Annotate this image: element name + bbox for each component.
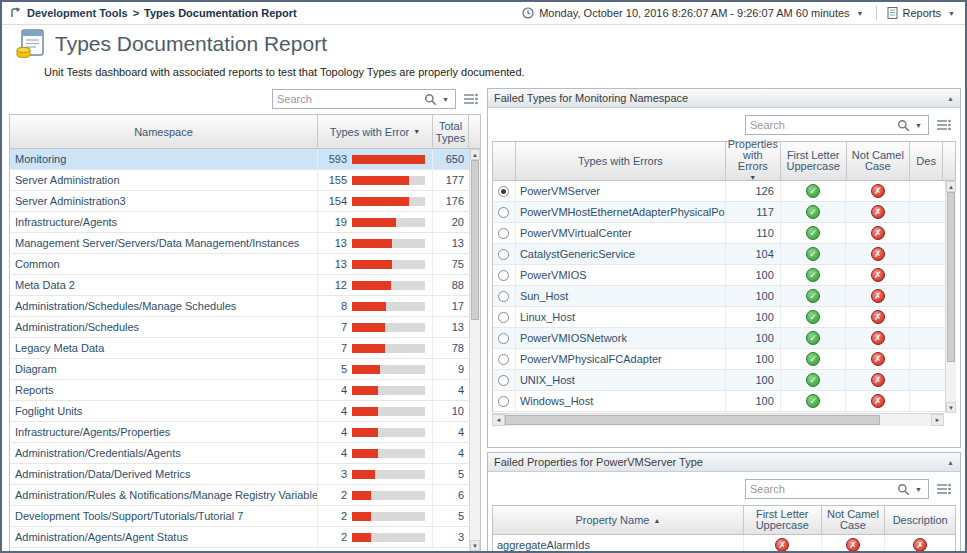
scroll-right-icon[interactable]: ► bbox=[931, 414, 944, 426]
radio-icon[interactable] bbox=[498, 291, 509, 302]
radio-icon[interactable] bbox=[498, 207, 509, 218]
row-select-cell[interactable] bbox=[493, 181, 516, 201]
failed-type-row[interactable]: PowerVMIOSNetwork 100 ✓ ✗ bbox=[493, 328, 955, 349]
namespace-row[interactable]: Monitoring 593 650 bbox=[10, 149, 469, 170]
collapse-panel-icon[interactable]: ▲ bbox=[947, 95, 954, 102]
vertical-scrollbar[interactable]: ▲ ▼ bbox=[945, 181, 956, 413]
namespace-row[interactable]: Infrastructure/Agents/Properties 4 4 bbox=[10, 422, 469, 443]
namespace-row[interactable]: Legacy Meta Data 7 78 bbox=[10, 338, 469, 359]
namespace-row[interactable]: Administration/Credentials/Agents 4 4 bbox=[10, 443, 469, 464]
namespace-row[interactable]: Common 13 75 bbox=[10, 254, 469, 275]
column-header-namespace[interactable]: Namespace bbox=[10, 115, 318, 148]
column-header-not-camel-case[interactable]: Not Camel Case bbox=[822, 506, 886, 534]
horizontal-scrollbar[interactable]: ◄ ► bbox=[492, 413, 944, 426]
failed-type-row[interactable]: UNIX_Host 100 ✓ ✗ bbox=[493, 370, 955, 391]
namespace-row[interactable]: Management Server/Servers/Data Managemen… bbox=[10, 233, 469, 254]
table-customizer-icon[interactable] bbox=[463, 92, 479, 106]
failed-type-row[interactable]: PowerVMServer 126 ✓ ✗ bbox=[493, 181, 955, 202]
namespace-row[interactable]: Diagram 5 9 bbox=[10, 359, 469, 380]
column-header-properties-with-errors[interactable]: Properties with Errors ▼ bbox=[726, 142, 781, 180]
row-select-cell[interactable] bbox=[493, 391, 516, 411]
table-customizer-icon[interactable] bbox=[936, 482, 952, 496]
failed-type-row[interactable]: PowerVMPhysicalFCAdapter 100 ✓ ✗ bbox=[493, 349, 955, 370]
failed-type-row[interactable]: CatalystGenericService 104 ✓ ✗ bbox=[493, 244, 955, 265]
failed-property-row[interactable]: aggregateAlarmIds ✗ ✗ ✗ bbox=[492, 535, 956, 553]
row-select-cell[interactable] bbox=[493, 244, 516, 264]
column-header-total-types[interactable]: Total Types bbox=[433, 115, 469, 148]
vertical-scrollbar[interactable]: ▲ ▼ bbox=[469, 149, 480, 551]
scrollbar-thumb[interactable] bbox=[471, 160, 479, 320]
row-select-cell[interactable] bbox=[493, 307, 516, 327]
search-icon[interactable] bbox=[424, 93, 437, 106]
table-customizer-icon[interactable] bbox=[936, 118, 952, 132]
radio-icon[interactable] bbox=[498, 312, 509, 323]
scroll-down-icon[interactable]: ▼ bbox=[946, 402, 956, 413]
search-input[interactable] bbox=[750, 119, 894, 131]
row-select-cell[interactable] bbox=[493, 349, 516, 369]
search-icon[interactable] bbox=[897, 119, 910, 132]
namespace-row[interactable]: Administration/Rules & Notifications/Man… bbox=[10, 485, 469, 506]
column-header-property-name[interactable]: Property Name ▲ bbox=[493, 506, 744, 534]
namespace-row[interactable]: Reports 4 4 bbox=[10, 380, 469, 401]
column-header-types-with-errors[interactable]: Types with Errors bbox=[516, 142, 726, 180]
failed-type-row[interactable]: PowerVMVirtualCenter 110 ✓ ✗ bbox=[493, 223, 955, 244]
namespace-row[interactable]: Administration/Schedules 7 13 bbox=[10, 317, 469, 338]
search-options-dropdown-icon[interactable]: ▼ bbox=[913, 486, 924, 493]
scrollbar-thumb[interactable] bbox=[505, 415, 880, 425]
radio-icon[interactable] bbox=[498, 354, 509, 365]
radio-icon[interactable] bbox=[498, 228, 509, 239]
time-range-label[interactable]: Monday, October 10, 2016 8:26:07 AM - 9:… bbox=[539, 7, 849, 19]
failed-type-row[interactable]: Windows_Host 100 ✓ ✗ bbox=[493, 391, 955, 412]
search-icon[interactable] bbox=[897, 483, 910, 496]
namespace-row[interactable]: Infrastructure/Agents 19 20 bbox=[10, 212, 469, 233]
namespace-row[interactable]: Meta Data 2 12 88 bbox=[10, 275, 469, 296]
column-header-description-truncated[interactable]: Des bbox=[910, 142, 943, 180]
collapse-panel-icon[interactable]: ▲ bbox=[947, 459, 954, 466]
column-header-first-letter-uppercase[interactable]: First Letter Uppercase bbox=[781, 142, 847, 180]
radio-icon[interactable] bbox=[498, 333, 509, 344]
search-options-dropdown-icon[interactable]: ▼ bbox=[440, 96, 451, 103]
namespace-row[interactable]: Administration/Schedules/Manage Schedule… bbox=[10, 296, 469, 317]
scroll-up-icon[interactable]: ▲ bbox=[470, 149, 480, 160]
failed-type-row[interactable]: Linux_Host 100 ✓ ✗ bbox=[493, 307, 955, 328]
namespace-row[interactable]: Administration/Data/Derived Metrics 3 5 bbox=[10, 464, 469, 485]
failed-type-row[interactable]: Sun_Host 100 ✓ ✗ bbox=[493, 286, 955, 307]
reports-menu[interactable]: Reports bbox=[903, 7, 942, 19]
row-select-cell[interactable] bbox=[493, 265, 516, 285]
row-select-cell[interactable] bbox=[493, 328, 516, 348]
namespace-row[interactable]: Server Administration3 154 176 bbox=[10, 191, 469, 212]
namespace-row[interactable]: Server Administration 155 177 bbox=[10, 170, 469, 191]
radio-selected-icon[interactable] bbox=[498, 186, 509, 197]
scrollbar-track[interactable] bbox=[505, 414, 931, 426]
radio-icon[interactable] bbox=[498, 270, 509, 281]
search-input[interactable] bbox=[277, 93, 421, 105]
scrollbar-thumb[interactable] bbox=[947, 192, 955, 362]
row-select-cell[interactable] bbox=[493, 223, 516, 243]
scroll-down-icon[interactable]: ▼ bbox=[470, 540, 480, 551]
failed-type-row[interactable]: PowerVMHostEthernetAdapterPhysicalPort 1… bbox=[493, 202, 955, 223]
radio-icon[interactable] bbox=[498, 249, 509, 260]
scrollbar-track[interactable] bbox=[946, 192, 956, 402]
row-select-cell[interactable] bbox=[493, 370, 516, 390]
radio-icon[interactable] bbox=[498, 375, 509, 386]
scroll-left-icon[interactable]: ◄ bbox=[492, 414, 505, 426]
column-header-types-with-error[interactable]: Types with Error ▼ bbox=[318, 115, 433, 148]
reports-dropdown-icon[interactable]: ▼ bbox=[946, 10, 957, 17]
row-select-cell[interactable] bbox=[493, 202, 516, 222]
not-camel-case-cell: ✗ bbox=[846, 370, 910, 390]
row-select-cell[interactable] bbox=[493, 286, 516, 306]
radio-icon[interactable] bbox=[498, 396, 509, 407]
namespace-row[interactable]: Development Tools/Support/Tutorials/Tuto… bbox=[10, 506, 469, 527]
scrollbar-track[interactable] bbox=[470, 160, 480, 540]
breadcrumb-link-development-tools[interactable]: Development Tools bbox=[27, 7, 128, 19]
scroll-up-icon[interactable]: ▲ bbox=[946, 181, 956, 192]
namespace-row[interactable]: Administration/Agents/Agent Status 2 3 bbox=[10, 527, 469, 548]
namespace-row[interactable]: Foglight Units 4 10 bbox=[10, 401, 469, 422]
failed-type-row[interactable]: PowerVMIOS 100 ✓ ✗ bbox=[493, 265, 955, 286]
column-header-not-camel-case[interactable]: Not Camel Case bbox=[847, 142, 911, 180]
search-options-dropdown-icon[interactable]: ▼ bbox=[913, 122, 924, 129]
search-input[interactable] bbox=[750, 483, 894, 495]
column-header-description[interactable]: Description bbox=[885, 506, 955, 534]
time-range-dropdown-icon[interactable]: ▼ bbox=[855, 10, 866, 17]
column-header-first-letter-uppercase[interactable]: First Letter Uppercase bbox=[744, 506, 822, 534]
